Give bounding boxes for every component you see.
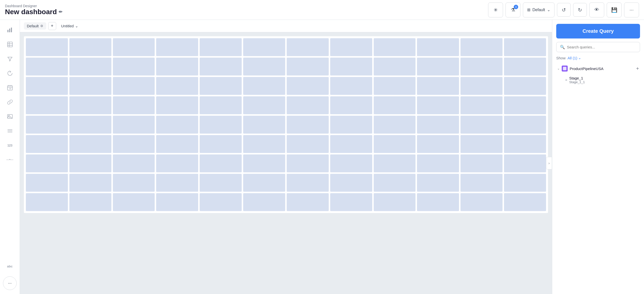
grid-cell xyxy=(417,116,459,134)
grid-cell xyxy=(113,116,155,134)
grid-cell xyxy=(26,174,68,192)
sidebar-item-filter[interactable] xyxy=(4,53,16,65)
sidebar-item-table[interactable] xyxy=(4,38,16,51)
svg-text:12: 12 xyxy=(9,88,11,89)
query-group-header[interactable]: ⌄ ProductPipelineUSA + xyxy=(556,64,640,73)
grid-cell xyxy=(374,174,416,192)
grid-cell xyxy=(156,154,198,172)
layout-button[interactable]: ⊞ Default ⌄ xyxy=(523,2,554,17)
grid-cell xyxy=(69,174,112,192)
grid-cell xyxy=(26,38,68,56)
sidebar-item-charts[interactable] xyxy=(4,24,16,36)
undo-button[interactable]: ↺ xyxy=(557,3,571,17)
grid-cell xyxy=(156,58,198,75)
show-all-chevron-icon: ⌄ xyxy=(578,56,581,60)
more-options-button[interactable]: ··· xyxy=(3,276,17,290)
preview-button[interactable]: 👁 xyxy=(589,2,604,17)
redo-button[interactable]: ↻ xyxy=(573,3,587,17)
grid-cell xyxy=(26,77,68,95)
tab-gear-icon[interactable]: ⚙ xyxy=(40,24,43,28)
grid-cell xyxy=(330,77,372,95)
sidebar-item-refresh[interactable] xyxy=(4,67,16,79)
tab-default[interactable]: Default ⚙ xyxy=(24,22,46,29)
grid-cell xyxy=(460,58,502,75)
sidebar-item-link[interactable] xyxy=(4,96,16,108)
collapse-panel-button[interactable]: › xyxy=(546,157,552,169)
show-label: Show xyxy=(556,56,566,60)
more-button[interactable]: ··· xyxy=(624,2,639,17)
grid-cell xyxy=(374,116,416,134)
svg-rect-0 xyxy=(8,30,8,32)
sidebar-item-text[interactable]: abc xyxy=(4,260,16,272)
grid-cell xyxy=(113,174,155,192)
grid-cell xyxy=(243,154,285,172)
grid-cell xyxy=(460,174,502,192)
filter-badge: 0 xyxy=(514,5,518,9)
show-all-button[interactable]: All (1) ⌄ xyxy=(568,56,581,60)
spark-button[interactable]: ✳ xyxy=(488,2,503,17)
grid-cell xyxy=(243,38,285,56)
grid-cell xyxy=(26,58,68,75)
svg-rect-2 xyxy=(11,27,12,32)
grid-cell xyxy=(200,96,242,114)
canvas-grid xyxy=(24,36,548,213)
save-button[interactable]: 💾 xyxy=(607,2,622,17)
grid-cell xyxy=(200,38,242,56)
grid-cell xyxy=(113,154,155,172)
grid-cell xyxy=(504,38,546,56)
grid-cell xyxy=(287,193,329,211)
canvas-grid-wrapper[interactable]: › xyxy=(20,32,552,294)
grid-cell xyxy=(460,154,502,172)
grid-cell xyxy=(417,38,459,56)
search-icon: 🔍 xyxy=(560,45,565,49)
grid-cell xyxy=(156,38,198,56)
grid-cell xyxy=(113,38,155,56)
search-input[interactable] xyxy=(567,45,636,49)
grid-cell xyxy=(69,38,112,56)
grid-cell xyxy=(156,96,198,114)
grid-cell xyxy=(200,193,242,211)
create-query-button[interactable]: Create Query xyxy=(556,24,640,38)
grid-cell xyxy=(243,77,285,95)
grid-cell xyxy=(374,77,416,95)
app-name: Dashboard Designer xyxy=(5,4,484,8)
tab-default-label: Default xyxy=(27,24,39,28)
grid-cell xyxy=(417,58,459,75)
grid-cell xyxy=(26,154,68,172)
query-item-info: Stage_1 Stage_1_1 xyxy=(569,76,585,84)
grid-cell xyxy=(113,77,155,95)
query-list-item[interactable]: ≡ Stage_1 Stage_1_1 xyxy=(556,74,640,85)
sidebar-item-list[interactable] xyxy=(4,125,16,137)
query-group-add-button[interactable]: + xyxy=(636,66,639,72)
svg-rect-1 xyxy=(9,28,10,32)
grid-cell xyxy=(113,58,155,75)
tab-add-button[interactable]: + xyxy=(48,22,56,30)
grid-cell xyxy=(287,116,329,134)
tab-dropdown-icon: ⌄ xyxy=(75,24,78,28)
grid-cell xyxy=(69,116,112,134)
sidebar-item-calendar[interactable]: 12 xyxy=(4,81,16,94)
grid-cell xyxy=(330,193,372,211)
group-chevron-icon: ⌄ xyxy=(557,67,560,70)
grid-cell xyxy=(156,77,198,95)
grid-cell xyxy=(26,135,68,153)
grid-cell xyxy=(26,193,68,211)
tab-untitled[interactable]: Untitled ⌄ xyxy=(58,22,82,30)
sidebar-item-image[interactable] xyxy=(4,110,16,123)
grid-cell xyxy=(69,77,112,95)
grid-cell xyxy=(243,116,285,134)
sidebar-item-divider[interactable]: —•— xyxy=(4,153,16,166)
grid-cell xyxy=(504,116,546,134)
filter-button[interactable]: ⚗ 0 xyxy=(506,2,520,17)
grid-cell xyxy=(330,96,372,114)
edit-icon[interactable]: ✏ xyxy=(59,9,62,15)
grid-cell xyxy=(69,58,112,75)
grid-cell xyxy=(156,135,198,153)
grid-cell xyxy=(200,116,242,134)
query-group: ⌄ ProductPipelineUSA + ≡ Stage_1 Stage_1… xyxy=(556,64,640,85)
grid-cell xyxy=(417,174,459,192)
show-filter-row: Show All (1) ⌄ xyxy=(556,56,640,60)
svg-point-13 xyxy=(8,115,10,116)
sidebar-item-number[interactable]: 123 xyxy=(4,139,16,151)
grid-cell xyxy=(417,154,459,172)
